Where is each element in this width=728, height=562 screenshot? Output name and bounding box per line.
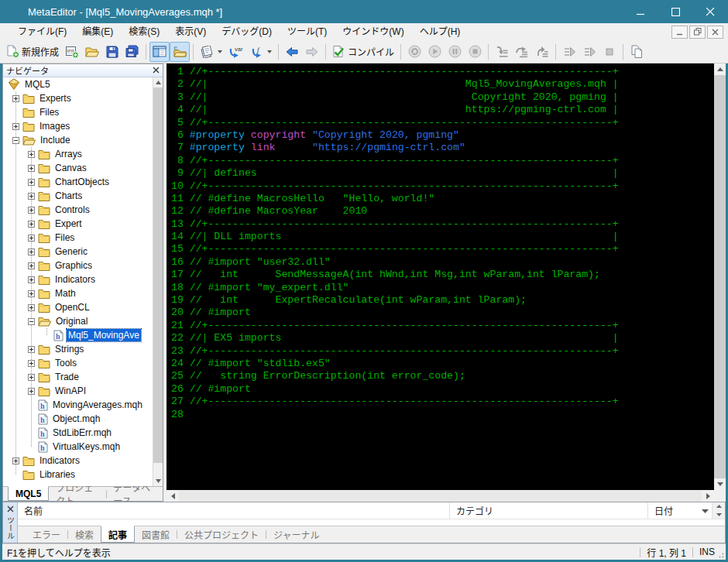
step-out-button[interactable] — [532, 42, 552, 62]
tree-item-mql5-movingave[interactable]: hMql5_MovingAve — [3, 328, 163, 342]
tree-item-indicators[interactable]: Indicators — [3, 272, 163, 286]
menu-item-5[interactable]: ツール(T) — [280, 26, 335, 37]
tree-item-include[interactable]: Include — [3, 133, 163, 147]
dropdown-caret-icon[interactable] — [218, 50, 222, 53]
expand-plus-icon[interactable] — [28, 193, 35, 200]
tree-item-label[interactable]: Generic — [53, 245, 89, 258]
tree-item-label[interactable]: Strings — [53, 343, 85, 355]
tree-item-canvas[interactable]: Canvas — [3, 161, 163, 175]
tree-item-label[interactable]: Canvas — [53, 162, 88, 174]
tree-item-label[interactable]: MQL5 — [23, 78, 52, 91]
tree-item-charts[interactable]: Charts — [3, 189, 163, 203]
tree-item-images[interactable]: Images — [3, 119, 163, 133]
tree-item-tools[interactable]: Tools — [3, 356, 163, 370]
editor-hscroll-track[interactable] — [179, 490, 702, 502]
navigator-tab-2[interactable]: データベース — [106, 487, 163, 501]
menu-item-0[interactable]: ファイル(F) — [10, 26, 74, 37]
sort-dropdown-icon[interactable] — [702, 505, 709, 516]
tree-item-label[interactable]: Images — [38, 120, 71, 132]
column-header-name[interactable]: 名前 — [18, 502, 450, 519]
editor-scroll-up-icon[interactable] — [714, 63, 726, 75]
tree-item-files[interactable]: Files — [3, 105, 163, 119]
tree-item-label[interactable]: OpenCL — [53, 301, 91, 314]
goto-variable-button[interactable]: var — [225, 42, 248, 62]
tree-item-label[interactable]: VirtualKeys.mqh — [51, 440, 122, 453]
expand-plus-icon[interactable] — [28, 262, 35, 269]
expand-plus-icon[interactable] — [28, 179, 35, 186]
maximize-button[interactable] — [658, 0, 693, 23]
navigator-tab-1[interactable]: プロジェクト — [49, 487, 105, 501]
tree-item-expert[interactable]: Expert — [3, 217, 163, 231]
mdi-minimize-button[interactable] — [671, 26, 688, 39]
tree-item-label[interactable]: Files — [53, 231, 76, 244]
tree-item-controls[interactable]: Controls — [3, 203, 163, 217]
toolbox-scroll-up-icon[interactable] — [713, 502, 725, 511]
tree-item-files[interactable]: Files — [3, 231, 163, 245]
tree-item-movingaverages-mqh[interactable]: hMovingAverages.mqh — [3, 398, 163, 412]
toolbox-tab-5[interactable]: ジャーナル — [266, 526, 326, 543]
tree-item-object-mqh[interactable]: hObject.mqh — [3, 412, 163, 426]
menu-item-7[interactable]: ヘルプ(H) — [412, 26, 469, 37]
toolbox-scroll-down-icon[interactable] — [713, 511, 725, 519]
close-button[interactable] — [693, 0, 728, 23]
tree-item-math[interactable]: Math — [3, 286, 163, 300]
tree-item-label[interactable]: WinAPI — [53, 385, 88, 397]
expand-plus-icon[interactable] — [28, 248, 35, 255]
expand-plus-icon[interactable] — [12, 95, 19, 102]
expand-plus-icon[interactable] — [28, 290, 35, 297]
tree-item-label[interactable]: Trade — [53, 371, 81, 383]
debug-start-button[interactable] — [424, 42, 445, 62]
tree-item-arrays[interactable]: Arrays — [3, 147, 163, 161]
code-area[interactable]: 1//+------------------------------------… — [167, 63, 714, 490]
menu-item-3[interactable]: 表示(V) — [167, 26, 214, 37]
tree-item-label[interactable]: Charts — [53, 190, 84, 202]
tree-item-indicators[interactable]: Indicators — [3, 454, 163, 468]
tree-item-label[interactable]: Experts — [38, 92, 73, 105]
run-to-cursor-button[interactable] — [559, 42, 579, 62]
tree-item-experts[interactable]: Experts — [3, 91, 163, 105]
debug-pause-button[interactable] — [445, 42, 465, 62]
collapse-minus-icon[interactable] — [12, 137, 19, 144]
tree-item-label[interactable]: Original — [54, 315, 89, 327]
step-over-button[interactable] — [512, 42, 532, 62]
mdi-restore-button[interactable] — [689, 26, 706, 39]
menu-item-4[interactable]: デバッグ(D) — [214, 26, 280, 37]
toolbox-tab-1[interactable]: 検索 — [68, 526, 101, 543]
tree-item-label[interactable]: Math — [53, 287, 77, 300]
debug-stop-button[interactable] — [465, 42, 485, 62]
expand-plus-icon[interactable] — [12, 123, 19, 130]
code-editor[interactable]: 1//+------------------------------------… — [167, 63, 726, 490]
file-view-toggle-button[interactable] — [170, 42, 190, 62]
expand-plus-icon[interactable] — [28, 165, 35, 172]
tree-item-strings[interactable]: Strings — [3, 342, 163, 356]
mdi-close-button[interactable] — [707, 26, 723, 39]
expand-plus-icon[interactable] — [12, 457, 19, 464]
tree-item-label[interactable]: Object.mqh — [51, 413, 101, 425]
tree-item-label[interactable]: Tools — [53, 357, 78, 369]
editor-horizontal-scrollbar[interactable] — [167, 490, 726, 502]
menu-item-1[interactable]: 編集(E) — [74, 26, 121, 37]
tree-item-trade[interactable]: Trade — [3, 370, 163, 384]
editor-scroll-left-icon[interactable] — [167, 490, 179, 502]
tree-item-label[interactable]: Mql5_MovingAve — [67, 329, 141, 341]
tree-item-winapi[interactable]: WinAPI — [3, 384, 163, 398]
open-folder-button[interactable] — [82, 42, 102, 62]
column-header-date[interactable]: 日付 — [648, 502, 713, 519]
forward-button[interactable] — [302, 42, 322, 62]
tree-item-chartobjects[interactable]: ChartObjects — [3, 175, 163, 189]
tree-item-libraries[interactable]: Libraries — [3, 468, 163, 481]
goto-function-button[interactable]: f — [248, 42, 275, 62]
expand-plus-icon[interactable] — [28, 276, 35, 283]
navigator-tab-0[interactable]: MQL5 — [8, 486, 49, 501]
tree-item-stdliberr-mqh[interactable]: hStdLibErr.mqh — [3, 426, 163, 440]
tree-item-generic[interactable]: Generic — [3, 245, 163, 259]
compile-button[interactable]: コンパイル — [329, 42, 397, 62]
toolbox-tab-4[interactable]: 公共プロジェクト — [177, 526, 266, 543]
copy-button[interactable] — [627, 42, 647, 62]
column-header-category[interactable]: カテゴリ — [450, 502, 648, 519]
dropdown-caret-icon[interactable] — [267, 50, 272, 53]
expand-plus-icon[interactable] — [28, 151, 35, 158]
menu-item-6[interactable]: ウインドウ(W) — [335, 26, 411, 37]
tree-item-label[interactable]: MovingAverages.mqh — [51, 399, 144, 411]
tree-item-label[interactable]: Graphics — [53, 259, 94, 272]
